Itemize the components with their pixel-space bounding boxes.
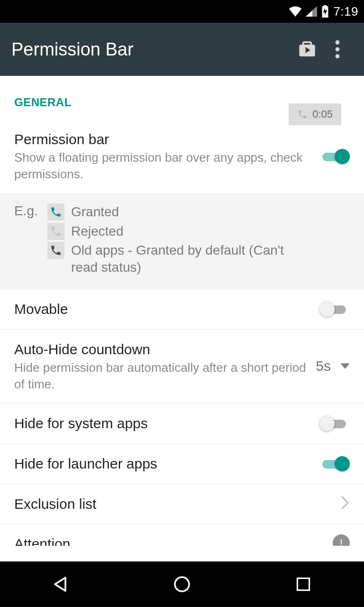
setting-desc: Hide permission bar automatically after … bbox=[14, 359, 306, 393]
back-button[interactable] bbox=[32, 570, 89, 598]
svg-point-1 bbox=[336, 47, 340, 52]
timer-badge: 0:05 bbox=[289, 103, 341, 125]
setting-title: Auto-Hide countdown bbox=[14, 340, 306, 359]
chevron-down-icon bbox=[340, 363, 350, 369]
battery-charging-icon bbox=[321, 5, 329, 18]
dropdown-value: 5s bbox=[316, 358, 331, 374]
setting-attention[interactable]: Attention ! bbox=[0, 524, 364, 546]
movable-switch[interactable] bbox=[319, 300, 350, 319]
overflow-menu-button[interactable] bbox=[322, 34, 353, 64]
setting-movable[interactable]: Movable bbox=[0, 289, 364, 330]
hide-launcher-switch[interactable] bbox=[319, 454, 350, 473]
app-title: Permission Bar bbox=[11, 39, 292, 60]
status-bar: 7:19 bbox=[0, 0, 364, 23]
timer-badge-text: 0:05 bbox=[312, 108, 333, 120]
info-icon: ! bbox=[333, 534, 350, 546]
auto-hide-dropdown[interactable]: 5s bbox=[316, 358, 350, 374]
setting-permission-bar[interactable]: Permission bar Show a floating permissio… bbox=[0, 114, 364, 193]
setting-hide-system[interactable]: Hide for system apps bbox=[0, 404, 364, 444]
svg-point-0 bbox=[336, 40, 340, 45]
permission-bar-switch[interactable] bbox=[319, 147, 350, 166]
setting-title: Hide for launcher apps bbox=[14, 454, 310, 473]
setting-title: Exclusion list bbox=[14, 495, 332, 513]
example-granted: Granted bbox=[47, 203, 289, 221]
example-old: Old apps - Granted by default (Can't rea… bbox=[47, 242, 289, 276]
screen: 7:19 Permission Bar GENERAL 0:05 Permiss… bbox=[0, 0, 364, 607]
example-box: E.g. Granted Rejected Old apps - Granted… bbox=[0, 193, 364, 289]
svg-point-3 bbox=[175, 577, 189, 591]
setting-desc: Show a floating permission bar over any … bbox=[14, 149, 310, 183]
setting-hide-launcher[interactable]: Hide for launcher apps bbox=[0, 444, 364, 484]
chevron-right-icon bbox=[341, 496, 350, 511]
phone-icon bbox=[297, 109, 308, 120]
play-store-button[interactable] bbox=[292, 34, 322, 64]
setting-exclusion[interactable]: Exclusion list bbox=[0, 484, 364, 524]
svg-point-2 bbox=[336, 54, 340, 58]
phone-rejected-icon bbox=[47, 223, 64, 240]
svg-rect-4 bbox=[297, 578, 309, 590]
wifi-icon bbox=[289, 6, 302, 17]
hide-system-switch[interactable] bbox=[319, 414, 350, 433]
navigation-bar bbox=[0, 561, 364, 607]
setting-title: Movable bbox=[14, 300, 310, 318]
home-button[interactable] bbox=[154, 570, 210, 598]
phone-old-icon bbox=[47, 242, 64, 259]
app-bar: Permission Bar bbox=[0, 23, 364, 76]
status-clock: 7:19 bbox=[333, 4, 358, 19]
setting-title: Hide for system apps bbox=[14, 414, 310, 432]
example-rejected: Rejected bbox=[47, 223, 289, 240]
setting-auto-hide[interactable]: Auto-Hide countdown Hide permission bar … bbox=[0, 330, 364, 404]
setting-title: Attention bbox=[14, 534, 323, 546]
phone-granted-icon bbox=[47, 203, 64, 221]
example-label: E.g. bbox=[14, 203, 47, 276]
cell-signal-icon bbox=[306, 6, 317, 17]
content: GENERAL 0:05 Permission bar Show a float… bbox=[0, 76, 364, 561]
setting-title: Permission bar bbox=[14, 130, 310, 148]
recents-button[interactable] bbox=[275, 570, 332, 598]
